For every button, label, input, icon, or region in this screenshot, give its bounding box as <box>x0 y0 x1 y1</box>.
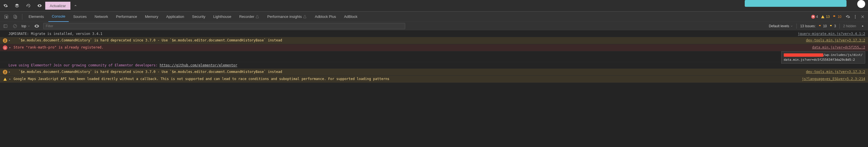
error-icon: ✕ <box>811 15 815 19</box>
source-link[interactable]: data.min.js?ver=dc5f255…:2 <box>812 45 865 49</box>
source-link[interactable]: js?language=es_ES&ver=5.2.3:214 <box>802 77 865 81</box>
tab-recorder[interactable]: Recorder <box>236 11 263 22</box>
tab-sources[interactable]: Sources <box>70 11 90 22</box>
flag-icon <box>833 15 837 19</box>
disclosure-triangle-icon[interactable]: ▸ <box>9 77 12 81</box>
divider <box>797 24 797 29</box>
tab-application[interactable]: Application <box>163 11 188 22</box>
close-icon[interactable] <box>860 11 866 22</box>
divider <box>22 14 22 20</box>
tab-performance-insights[interactable]: Performance insights <box>264 11 310 22</box>
devtools-tab-bar: Elements Console Sources Network Perform… <box>0 11 868 22</box>
source-link[interactable]: dev-tools.min.js?ver=3.17.3:2 <box>806 38 865 42</box>
tab-network[interactable]: Network <box>91 11 112 22</box>
error-count-badge[interactable]: ✕4 <box>811 15 818 19</box>
console-row-info[interactable]: JQMIGRATE: Migrate is installed, version… <box>0 31 868 37</box>
chevron-up-icon[interactable] <box>70 2 81 10</box>
beaker-icon <box>303 15 307 19</box>
avatar-placeholder[interactable] <box>857 0 865 8</box>
source-link[interactable]: jquery-migrate.min.js?ver=3.4.1:2 <box>798 32 865 36</box>
divider <box>839 24 840 29</box>
tab-security[interactable]: Security <box>189 11 209 22</box>
svg-point-3 <box>855 15 856 16</box>
console-output: JQMIGRATE: Migrate is installed, version… <box>0 31 868 83</box>
issues-count-badge[interactable]: 10 <box>833 15 841 19</box>
chevron-down-icon <box>790 25 793 27</box>
console-row-error[interactable]: ✕ ▸ Store "rank-math-pro" is already reg… <box>0 44 868 51</box>
settings-icon[interactable] <box>0 2 11 10</box>
page-cta-button[interactable] <box>745 0 846 7</box>
source-tooltip: /wp-includes/js/dist/ data.min.js?ver=dc… <box>781 51 865 64</box>
repeat-count-badge: 2 <box>3 38 7 43</box>
sidebar-toggle-icon[interactable] <box>2 23 8 29</box>
eye-icon[interactable] <box>34 2 45 10</box>
svg-line-9 <box>14 25 16 27</box>
console-message: Love using Elementor? Join our growing c… <box>3 63 865 67</box>
layers-icon[interactable] <box>11 2 23 10</box>
console-row-warning[interactable]: 2 ▸ `$e.modules.document.CommandHistory`… <box>0 69 868 76</box>
gear-icon[interactable] <box>860 23 866 29</box>
flag-icon <box>818 24 822 28</box>
console-toolbar: top Default levels 13 Issues: 10 3 2 hid… <box>0 22 868 31</box>
console-message: JQMIGRATE: Migrate is installed, version… <box>3 32 795 36</box>
tab-adblock[interactable]: AdBlock <box>341 11 361 22</box>
svg-point-5 <box>855 18 856 19</box>
console-message: `$e.modules.document.CommandHistory` is … <box>13 70 802 74</box>
hidden-count[interactable]: 2 hidden <box>843 24 856 28</box>
filter-input[interactable] <box>43 23 405 29</box>
source-link[interactable]: dev-tools.min.js?ver=3.17.3:2 <box>806 70 865 74</box>
flag-icon <box>830 24 833 28</box>
tab-elements[interactable]: Elements <box>25 11 47 22</box>
clear-console-icon[interactable] <box>12 23 18 29</box>
editor-toolbar: Actualizar <box>0 0 81 11</box>
issues-indicator[interactable]: 13 Issues: 10 3 <box>800 24 836 28</box>
disclosure-triangle-icon[interactable]: ▸ <box>9 45 12 49</box>
tab-memory[interactable]: Memory <box>142 11 162 22</box>
page-editor-strip: Actualizar <box>0 0 868 11</box>
console-message: Google Maps JavaScript API has been load… <box>13 77 799 81</box>
chevron-down-icon <box>27 25 30 27</box>
history-icon[interactable] <box>23 2 34 10</box>
console-row-warning[interactable]: ▸ Google Maps JavaScript API has been lo… <box>0 76 868 83</box>
warning-icon <box>3 77 7 81</box>
warning-icon <box>821 15 825 19</box>
tab-adblock-plus[interactable]: Adblock Plus <box>311 11 339 22</box>
redacted-host <box>784 53 823 57</box>
tab-performance[interactable]: Performance <box>113 11 140 22</box>
console-row-spacer <box>0 51 868 62</box>
log-levels-selector[interactable]: Default levels <box>769 24 793 28</box>
error-icon: ✕ <box>3 45 7 50</box>
elementor-github-link[interactable]: https://github.com/elementor/elementor <box>160 63 238 67</box>
more-icon[interactable] <box>852 11 858 22</box>
console-row-info[interactable]: Love using Elementor? Join our growing c… <box>0 62 868 69</box>
warning-count-badge[interactable]: 13 <box>821 15 830 19</box>
inspect-element-icon[interactable] <box>2 13 10 21</box>
console-message: Store "rank-math-pro" is already registe… <box>13 45 809 49</box>
console-row-warning[interactable]: 2 ▸ `$e.modules.document.CommandHistory`… <box>0 37 868 44</box>
disclosure-triangle-icon[interactable]: ▸ <box>8 70 11 74</box>
svg-rect-6 <box>4 25 7 28</box>
tab-lighthouse[interactable]: Lighthouse <box>210 11 235 22</box>
update-button[interactable]: Actualizar <box>45 2 70 10</box>
context-selector[interactable]: top <box>22 24 30 28</box>
device-toggle-icon[interactable] <box>11 13 19 21</box>
beaker-icon <box>255 15 259 19</box>
repeat-count-badge: 2 <box>3 70 7 74</box>
disclosure-triangle-icon[interactable]: ▸ <box>8 38 11 42</box>
svg-point-4 <box>855 16 856 17</box>
console-message: `$e.modules.document.CommandHistory` is … <box>13 38 802 42</box>
status-badges[interactable]: ✕4 13 10 <box>811 15 841 19</box>
live-expression-icon[interactable] <box>34 23 40 29</box>
tab-console[interactable]: Console <box>48 11 69 22</box>
gear-icon[interactable] <box>845 11 851 22</box>
